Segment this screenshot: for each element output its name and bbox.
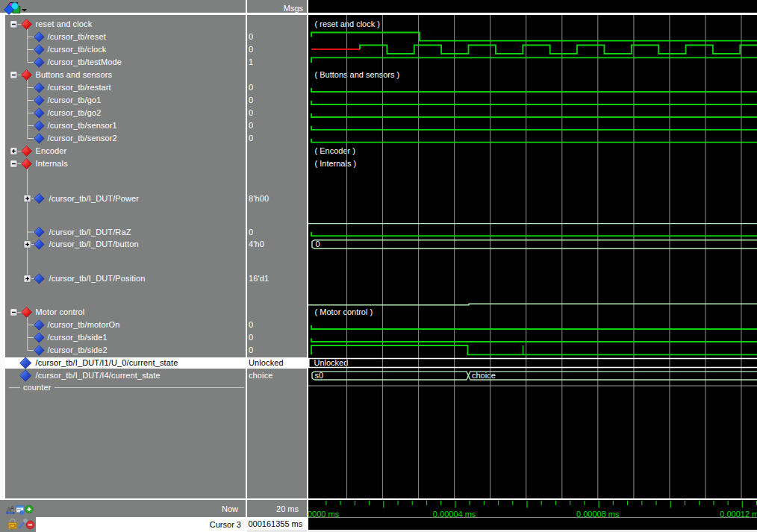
svg-text:A: A (10, 505, 14, 510)
